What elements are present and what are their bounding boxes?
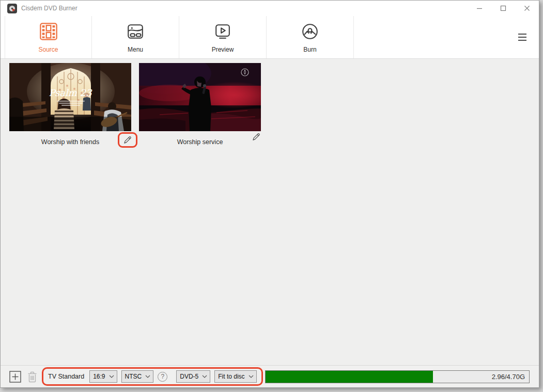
progress-fill — [266, 371, 433, 383]
thumbnail-overlay-title: Psalm 23 — [49, 87, 92, 98]
chevron-down-icon — [109, 375, 114, 378]
video-title: Worship with friends — [41, 138, 99, 146]
chevron-down-icon — [202, 375, 207, 378]
minimize-button[interactable] — [468, 1, 491, 16]
edit-title-button[interactable] — [252, 132, 261, 142]
tab-preview[interactable]: Preview — [179, 16, 267, 58]
edit-annotation-highlight — [118, 132, 137, 148]
app-logo-icon — [7, 4, 17, 13]
chevron-down-icon — [249, 375, 254, 378]
preview-player-icon — [213, 22, 232, 43]
menu-screen-icon — [126, 22, 145, 43]
chevron-down-icon — [145, 375, 150, 378]
fit-mode-select[interactable]: Fit to disc — [214, 370, 256, 383]
disc-burn-icon — [300, 22, 320, 43]
window-title: Cisdem DVD Burner — [21, 5, 77, 12]
tv-standard-select[interactable]: NTSC — [121, 370, 154, 383]
tab-burn-label: Burn — [303, 46, 316, 53]
tv-standard-label: TV Standard — [48, 373, 84, 380]
tab-burn[interactable]: Burn — [267, 16, 354, 58]
bottombar: TV Standard 16:9 NTSC ? DVD-5 Fit to dis… — [1, 365, 539, 387]
tab-preview-label: Preview — [212, 46, 234, 53]
toolbar: Source Menu Prev — [1, 16, 539, 59]
hamburger-menu-icon[interactable] — [518, 34, 526, 41]
tab-source[interactable]: Source — [5, 16, 92, 58]
delete-video-button[interactable] — [27, 371, 38, 383]
maximize-button[interactable] — [491, 1, 515, 16]
disc-type-select[interactable]: DVD-5 — [176, 370, 210, 383]
help-icon[interactable]: ? — [158, 372, 167, 382]
tab-source-label: Source — [38, 46, 58, 53]
disc-capacity-bar: 2.96/4.70G — [265, 370, 530, 383]
aspect-ratio-select[interactable]: 16:9 — [89, 370, 117, 383]
video-thumbnail-stage[interactable] — [139, 63, 261, 131]
close-button[interactable] — [515, 1, 539, 16]
add-video-button[interactable] — [9, 371, 21, 383]
video-card-worship-service[interactable]: Worship service — [139, 63, 261, 149]
disc-settings-annotation-highlight: TV Standard 16:9 NTSC ? DVD-5 Fit to dis… — [42, 367, 263, 386]
tab-menu[interactable]: Menu — [92, 16, 179, 58]
tab-menu-label: Menu — [128, 46, 143, 53]
filmstrip-icon — [39, 22, 58, 43]
video-title: Worship service — [177, 138, 223, 146]
capacity-text: 2.96/4.70G — [492, 371, 525, 383]
edit-wrap — [252, 132, 261, 142]
titlebar: Cisdem DVD Burner — [1, 1, 539, 16]
video-list: Psalm 23 Worship with friends — [1, 59, 539, 365]
app-window: Cisdem DVD Burner — [0, 0, 539, 388]
video-thumbnail-church[interactable]: Psalm 23 — [9, 63, 131, 131]
video-card-worship-with-friends[interactable]: Psalm 23 Worship with friends — [9, 63, 131, 149]
edit-title-button[interactable] — [123, 135, 132, 145]
